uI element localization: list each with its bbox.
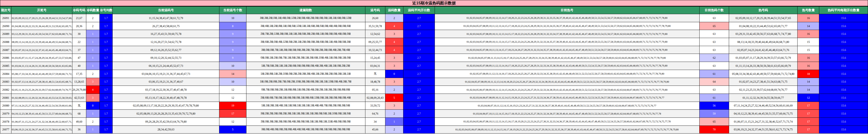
cell-warm_avg[interactable]: 2.7: [403, 14, 435, 22]
cell-warm_cur_cnt[interactable]: 12: [219, 117, 246, 126]
column-header-warm_nums[interactable]: 温号码: [365, 7, 385, 14]
cell-warm_avg[interactable]: 2.7: [403, 102, 435, 110]
cell-warm_cur_cnt[interactable]: 12: [219, 94, 246, 102]
cell-warm_nums[interactable]: 03,04,31: [365, 62, 385, 70]
cell-warm_nums[interactable]: 05,16: [365, 86, 385, 94]
cell-hot_cur_cnt[interactable]: 63: [699, 14, 729, 22]
cell-warm_nums[interactable]: 02,08,09,20,43: [365, 94, 385, 102]
cell-period[interactable]: 26080: [0, 102, 11, 110]
cell-warm_cur[interactable]: 03,06,15,19,21,31,36,37,40,67: [113, 78, 219, 86]
cell-warm_nums[interactable]: 无: [365, 70, 385, 78]
cell-warm_avg[interactable]: 2.7: [403, 38, 435, 46]
cell-hot_cur_cnt[interactable]: 61: [699, 94, 729, 102]
cell-cold_nums[interactable]: 30: [72, 30, 86, 38]
cell-miss[interactable]: 2期,7期,2期,13期,3期,0期,1期,1期,3期,5期,3期,2期,6期,…: [246, 30, 365, 38]
cell-warm_avg[interactable]: 2.7: [403, 46, 435, 54]
cell-draw[interactable]: 02,05,09,10,12,17,20,21,25,26,28,39,44,5…: [11, 14, 72, 22]
cell-hot_cnt[interactable]: 14: [798, 86, 819, 94]
cell-miss[interactable]: 1期,2期,8期,1期,2期,10期,0期,2期,2期,3期,3期,4期,1期,…: [246, 70, 365, 78]
cell-hot_avg[interactable]: 15.6: [819, 102, 868, 110]
cell-hot_cur[interactable]: 01,02,03,04,05,07,08,09,11,12,13,14,16,1…: [435, 62, 699, 70]
cell-hot_cur[interactable]: 01,03,04,06,07,10,11,12,14,15,16,19,21,2…: [435, 102, 699, 110]
cell-cold_avg[interactable]: 1.7: [99, 78, 112, 86]
cell-hot_avg[interactable]: 15.6: [819, 54, 868, 62]
cell-cold_avg[interactable]: 1.7: [99, 62, 112, 70]
cell-warm_cur_cnt[interactable]: 5: [219, 126, 246, 134]
cell-miss[interactable]: 2期,6期,6期,7期,0期,1期,6期,0期,0期,1期,9期,6期,13期,…: [246, 94, 365, 102]
cell-draw[interactable]: 01,04,08,10,20,22,33,35,36,44,49,51,53,5…: [11, 22, 72, 30]
cell-warm_cur_cnt[interactable]: 14: [219, 70, 246, 78]
cell-cold_avg[interactable]: 1.7: [99, 110, 112, 118]
cell-miss[interactable]: 3期,3期,2期,0期,1期,4期,0期,12期,2期,5期,4期,2期,0期,…: [246, 14, 365, 22]
cell-cold_cnt[interactable]: 1: [86, 30, 99, 38]
cell-warm_cnt[interactable]: 2: [385, 110, 403, 118]
cell-hot_cur_cnt[interactable]: 63: [699, 86, 729, 94]
cell-hot_avg[interactable]: 15.6: [819, 46, 868, 54]
cell-warm_cnt[interactable]: 2: [385, 14, 403, 22]
cell-hot_cur_cnt[interactable]: 65: [699, 22, 729, 30]
cell-warm_cur[interactable]: 12,16,20,27,51,54,62,75,78: [113, 38, 219, 46]
cell-warm_avg[interactable]: 2.7: [403, 126, 435, 134]
cell-cold_cnt[interactable]: 2: [86, 14, 99, 22]
cell-warm_avg[interactable]: 2.7: [403, 86, 435, 94]
cell-warm_avg[interactable]: 2.7: [403, 62, 435, 70]
cell-warm_cur[interactable]: 09,12,16,20,25,52,55,62,77: [113, 46, 219, 54]
cell-hot_nums[interactable]: 03,06,19,21,24,32,37,44,51,55,58,61,62,7…: [729, 126, 797, 134]
cell-hot_cur[interactable]: 01,02,03,04,05,07,08,09,10,11,12,13,14,1…: [435, 22, 699, 30]
column-header-hot_cur[interactable]: 目前热号: [435, 7, 699, 14]
cell-hot_cur_cnt[interactable]: 63: [699, 38, 729, 46]
cell-miss[interactable]: 1期,1期,3期,1期,4期,1期,1期,5期,1期,1期,1期,1期,4期,4…: [246, 102, 365, 110]
cell-hot_nums[interactable]: 01,11,12,32,34,39,54,55,58,59,66,77: [729, 94, 797, 102]
cell-cold_cnt[interactable]: 1: [86, 46, 99, 54]
cell-miss[interactable]: 1期,7期,5期,2期,1期,1期,2期,6期,0期,0期,8期,0期,4期,3…: [246, 62, 365, 70]
cell-draw[interactable]: 01,03,04,11,13,14,26,31,33,38,40,50,56,5…: [11, 62, 72, 70]
cell-hot_cnt[interactable]: 17: [798, 117, 819, 126]
cell-hot_cur_cnt[interactable]: 63: [699, 30, 729, 38]
cell-warm_avg[interactable]: 2.7: [403, 94, 435, 102]
cell-warm_nums[interactable]: 18,48,78: [365, 78, 385, 86]
cell-draw[interactable]: 03,06,19,21,24,32,36,37,44,45,51,55,58,6…: [11, 126, 72, 134]
column-header-warm_cur_cnt[interactable]: 当前温号个数: [219, 7, 246, 14]
cell-cold_avg[interactable]: 1.7: [99, 38, 112, 46]
cell-draw[interactable]: 03,12,29,30,31,33,42,45,50,54,56,57,62,6…: [11, 30, 72, 38]
cell-hot_cur_cnt[interactable]: 63: [699, 46, 729, 54]
cell-period[interactable]: 26085: [0, 62, 11, 70]
cell-draw[interactable]: 02,05,07,10,14,23,24,32,37,41,42,44,45,4…: [11, 46, 72, 54]
cell-cold_avg[interactable]: 1.7: [99, 94, 112, 102]
cell-cold_cnt[interactable]: 1: [86, 62, 99, 70]
cell-hot_nums[interactable]: 01,03,05,07,11,17,28,29,34,39,53,57,63,6…: [729, 54, 797, 62]
cell-miss[interactable]: 3期,6期,2期,0期,4期,12期,5期,2期,1期,2期,0期,0期,3期,…: [246, 38, 365, 46]
cell-warm_avg[interactable]: 2.7: [403, 54, 435, 62]
cell-period[interactable]: 26082: [0, 86, 11, 94]
cell-warm_cnt[interactable]: 2: [385, 126, 403, 134]
cell-warm_cnt[interactable]: 0: [385, 70, 403, 78]
cell-hot_avg[interactable]: 15.6: [819, 78, 868, 86]
column-header-cold_cnt[interactable]: 冷码数量: [86, 7, 99, 14]
cell-hot_avg[interactable]: 15.6: [819, 38, 868, 46]
cell-warm_cur[interactable]: 28,34,42,59,63: [113, 126, 219, 134]
cell-hot_nums[interactable]: 02,05,09,10,12,17,20,25,28,39,44,51,53,5…: [729, 14, 797, 22]
cell-warm_cnt[interactable]: 2: [385, 86, 403, 94]
cell-hot_cnt[interactable]: 17: [798, 126, 819, 134]
cell-warm_nums[interactable]: 15,24,45: [365, 54, 385, 62]
cell-period[interactable]: 26090: [0, 22, 11, 30]
cell-warm_cur[interactable]: 06,10,15,21,24,44,45,52,67,73: [113, 62, 219, 70]
cell-warm_cnt[interactable]: 3: [385, 30, 403, 38]
cell-draw[interactable]: 08,09,13,14,18,22,25,33,39,40,44,46,49,5…: [11, 38, 72, 46]
cell-hot_nums[interactable]: 01,06,07,11,15,21,24,27,31,32,38,46,52,6…: [729, 117, 797, 126]
cell-cold_avg[interactable]: 1.7: [99, 126, 112, 134]
cell-hot_cur_cnt[interactable]: 64: [699, 78, 729, 86]
cell-warm_cur_cnt[interactable]: 12: [219, 86, 246, 94]
cell-warm_nums[interactable]: 12,54,62: [365, 30, 385, 38]
cell-cold_cnt[interactable]: 3: [86, 94, 99, 102]
cell-warm_avg[interactable]: 2.7: [403, 22, 435, 30]
cell-warm_cur_cnt[interactable]: 9: [219, 38, 246, 46]
cell-hot_nums[interactable]: 03,29,31,33,42,45,50,56,57,63,66,68,71,7…: [729, 30, 797, 38]
cell-cold_cnt[interactable]: 2: [86, 70, 99, 78]
column-header-hot_cnt[interactable]: 热号数量: [798, 7, 819, 14]
cell-hot_nums[interactable]: 07,11,14,24,25,27,32,34,46,49,52,54,56,6…: [729, 102, 797, 110]
cell-hot_nums[interactable]: 01,04,08,10,22,33,44,49,53,62,65,69,71,7…: [729, 22, 797, 30]
cell-cold_cnt[interactable]: 3: [86, 78, 99, 86]
cell-cold_nums[interactable]: 42,53,63: [72, 94, 86, 102]
cell-warm_nums[interactable]: 35,51,59,78: [365, 22, 385, 30]
